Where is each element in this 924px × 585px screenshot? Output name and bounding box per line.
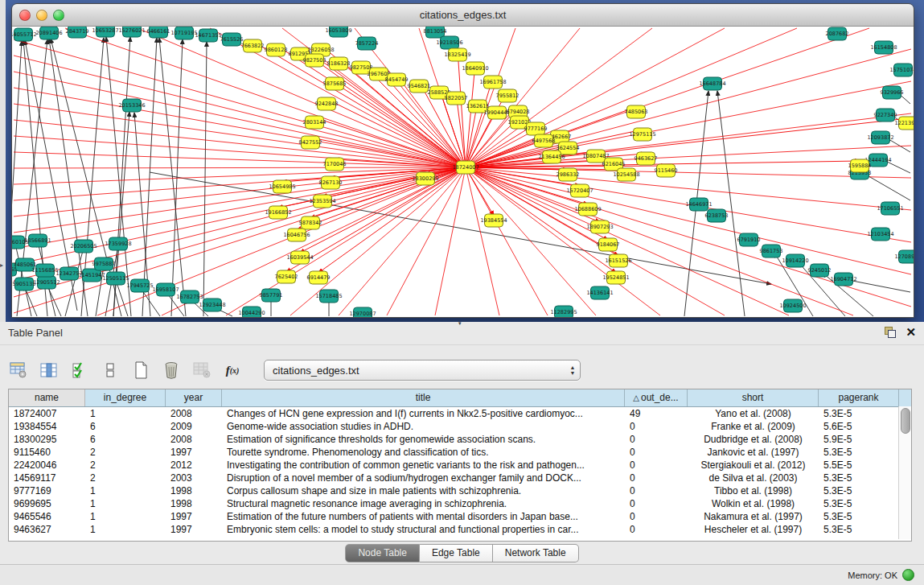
citation-edge-red[interactable] (326, 99, 466, 167)
graph-node-15720407[interactable]: 15720407 (566, 184, 593, 197)
graph-node-19384554[interactable]: 19384554 (480, 214, 507, 227)
cell-year[interactable]: 1997 (166, 446, 222, 459)
table-row[interactable]: 1456911722003Disruption of a novel membe… (9, 472, 911, 484)
expand-arrow-icon[interactable]: ▸ (0, 262, 3, 269)
cell-pagerank[interactable]: 5.5E-5 (819, 459, 899, 472)
graph-node-9329966[interactable]: 9329966 (881, 86, 904, 99)
graph-node-10254588[interactable]: 10254588 (613, 168, 639, 181)
graph-node-12975115[interactable]: 12975115 (629, 128, 655, 141)
graph-node-9227349[interactable]: 9227349 (874, 109, 897, 122)
cell-name[interactable]: 22420046 (9, 459, 85, 472)
cell-name[interactable]: 19384554 (9, 420, 85, 433)
graph-node-14671355[interactable]: 14671355 (195, 29, 221, 42)
citation-edge-red[interactable] (14, 167, 466, 281)
column-header-pagerank[interactable]: pagerank (819, 389, 899, 406)
citation-edge-red[interactable] (14, 39, 466, 167)
graph-node-18907293[interactable]: 18907293 (586, 220, 613, 233)
graph-node-7955812[interactable]: 7955812 (496, 89, 519, 102)
graph-node-17945725[interactable]: 17945725 (126, 279, 153, 292)
cell-name[interactable]: 9777169 (9, 484, 85, 497)
graph-node-2986332[interactable]: 2986332 (556, 168, 580, 181)
graph-node-10688609[interactable]: 10688609 (574, 203, 601, 216)
table-row[interactable]: 969969511998Structural magnetic resonanc… (9, 497, 911, 510)
citation-edge-red[interactable] (466, 146, 911, 167)
column-header-title[interactable]: title (222, 389, 625, 406)
cell-in_degree[interactable]: 1 (85, 523, 166, 536)
graph-node-18325419[interactable]: 18325419 (444, 48, 470, 61)
graph-node-12505115[interactable]: 12505115 (102, 272, 129, 285)
window-titlebar[interactable]: citations_edges.txt (12, 4, 914, 27)
table-row[interactable]: 911546021997Tourette syndrome. Phenomeno… (9, 446, 911, 459)
cell-year[interactable]: 2003 (166, 472, 222, 484)
cell-name[interactable]: 9115460 (9, 446, 85, 459)
graph-node-9184067[interactable]: 9184067 (597, 238, 620, 251)
network-canvas[interactable]: 1872400714055712208914062843719106532871… (12, 27, 914, 317)
citation-edge-black[interactable] (65, 248, 84, 316)
cell-pagerank[interactable]: 5.3E-5 (819, 497, 899, 510)
citation-edge-black[interactable] (848, 280, 910, 292)
graph-node-16046756[interactable]: 16046756 (283, 229, 310, 241)
graph-node-12093872[interactable]: 12093872 (867, 131, 893, 144)
graph-node-12708946[interactable]: 12708946 (894, 250, 914, 263)
citation-edge-black[interactable] (203, 42, 207, 316)
cell-title[interactable]: Embryonic stem cells: a model to study s… (222, 523, 625, 536)
cell-short[interactable]: Hescheler et al. (1997) (688, 523, 819, 536)
column-header-in_degree[interactable]: in_degree (85, 389, 166, 406)
cell-title[interactable]: Tourette syndrome. Phenomenology and cla… (222, 446, 625, 459)
graph-node-15718485[interactable]: 15718485 (315, 290, 342, 303)
cell-short[interactable]: Nakamura et al. (1997) (688, 510, 819, 523)
graph-node-12213967[interactable]: 12213967 (894, 117, 914, 130)
graph-node-9242848[interactable]: 9242848 (315, 97, 339, 110)
citation-edge-red[interactable] (466, 167, 660, 315)
citation-edge-red[interactable] (14, 167, 466, 233)
show-columns-icon[interactable] (39, 360, 60, 381)
cell-year[interactable]: 2012 (166, 459, 222, 472)
graph-node-5822057[interactable]: 5822057 (445, 92, 468, 105)
cell-short[interactable]: de Silva et al. (2003) (688, 472, 819, 484)
cell-short[interactable]: Franke et al. (2009) (688, 420, 819, 433)
row-height-icon[interactable] (100, 360, 121, 381)
cell-in_degree[interactable]: 6 (85, 433, 166, 446)
cell-year[interactable]: 1997 (166, 523, 222, 536)
graph-node-10924500[interactable]: 10924500 (779, 299, 806, 312)
zoom-window-button[interactable] (53, 10, 64, 21)
delete-table-icon[interactable] (161, 360, 182, 381)
table-row[interactable]: 977716911998Corpus callosum shape and si… (9, 484, 911, 497)
graph-node-18640910[interactable]: 18640910 (462, 62, 488, 75)
cell-year[interactable]: 1998 (166, 497, 222, 510)
cell-pagerank[interactable]: 5.3E-5 (819, 510, 899, 523)
cell-in_degree[interactable]: 1 (85, 497, 166, 510)
cell-in_degree[interactable]: 2 (85, 459, 166, 472)
graph-node-12353594[interactable]: 12353594 (309, 195, 335, 208)
graph-node-16039544[interactable]: 16039544 (286, 251, 313, 264)
cell-out_degree[interactable]: 49 (625, 407, 688, 420)
graph-node-5878342[interactable]: 5878342 (299, 216, 322, 229)
graph-node-12905512[interactable]: 12905512 (33, 276, 60, 289)
graph-node-10044290[interactable]: 10044290 (238, 307, 265, 317)
cell-pagerank[interactable]: 5.3E-5 (819, 484, 899, 497)
graph-node-20891406[interactable]: 20891406 (35, 27, 62, 39)
cell-short[interactable]: Tibbo et al. (1998) (688, 484, 819, 497)
cell-out_degree[interactable]: 0 (625, 459, 688, 472)
cell-in_degree[interactable]: 6 (85, 420, 166, 433)
new-document-icon[interactable] (130, 360, 151, 381)
cell-title[interactable]: Corpus callosum shape and size in male p… (222, 484, 625, 497)
graph-node-15751074[interactable]: 15751074 (889, 64, 914, 76)
cell-year[interactable]: 1998 (166, 484, 222, 497)
graph-node-11282995[interactable]: 11282995 (550, 306, 577, 317)
graph-node-12923448[interactable]: 12923448 (199, 299, 225, 311)
tab-network-table[interactable]: Network Table (493, 544, 579, 562)
cell-in_degree[interactable]: 1 (85, 510, 166, 523)
cell-out_degree[interactable]: 0 (625, 497, 688, 510)
graph-node-16154808[interactable]: 16154808 (870, 41, 897, 54)
citation-edge-red[interactable] (14, 56, 466, 167)
graph-node-16904712[interactable]: 16904712 (830, 273, 856, 286)
graph-node-7625402[interactable]: 7625402 (275, 270, 298, 283)
graph-node-6791910[interactable]: 6791910 (737, 233, 761, 246)
graph-node-9115460[interactable]: 9115460 (655, 164, 678, 177)
cell-short[interactable]: Wolkin et al. (1998) (688, 497, 819, 510)
table-row[interactable]: 2242004622012Investigating the contribut… (9, 459, 911, 472)
graph-node-12103454[interactable]: 12103454 (867, 228, 893, 241)
citation-edge-red[interactable] (466, 28, 869, 167)
cell-pagerank[interactable]: 5.3E-5 (819, 472, 899, 484)
